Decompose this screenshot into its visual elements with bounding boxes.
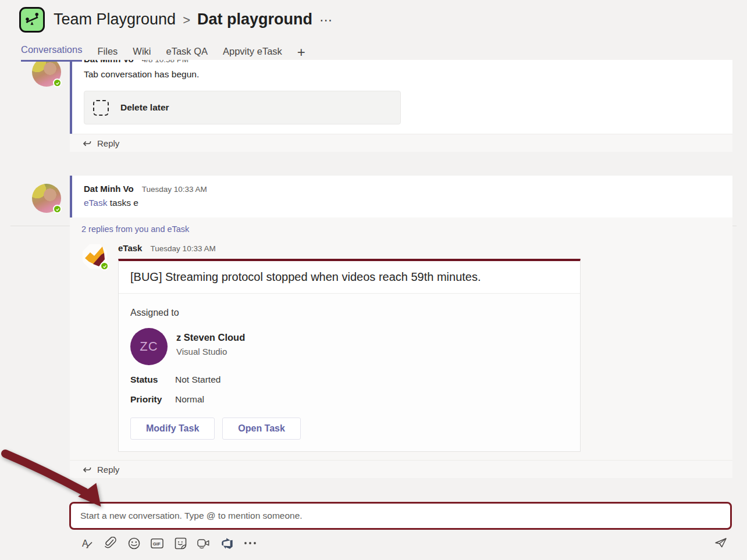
- team-name: Team Playground: [54, 10, 176, 28]
- seesaw-icon: [23, 11, 41, 28]
- sticker-icon[interactable]: [174, 536, 187, 550]
- priority-label: Priority: [130, 394, 175, 405]
- modify-task-button[interactable]: Modify Task: [130, 418, 215, 440]
- task-card-body: Assigned to ZC z Steven Cloud Visual Stu…: [119, 294, 580, 451]
- message-etask-tasks: Dat Minh Vo Tuesday 10:33 AM eTask tasks…: [70, 176, 732, 217]
- message-timestamp: Tuesday 10:33 AM: [142, 185, 207, 194]
- tab-files[interactable]: Files: [97, 46, 118, 62]
- presence-available-icon: [53, 205, 62, 213]
- avatar-dat-minh-vo: [32, 60, 61, 87]
- channel-name: Dat playground: [197, 10, 312, 28]
- bot-reply-content: eTask Tuesday 10:33 AM [BUG] Streaming p…: [118, 243, 581, 452]
- priority-value: Normal: [175, 394, 204, 405]
- bot-name: eTask: [118, 243, 142, 253]
- reply-link[interactable]: Reply: [70, 460, 732, 478]
- task-title: [BUG] Streaming protocol stopped when vi…: [119, 261, 580, 294]
- priority-row: Priority Normal: [130, 394, 568, 405]
- compose-toolbar: A GIF: [81, 536, 257, 550]
- message-list: Dat Minh Vo 4/8 10:58 PM Tab conversatio…: [0, 60, 747, 488]
- thread-replies: 2 replies from you and eTask eTask: [70, 217, 732, 460]
- azure-devops-icon[interactable]: [220, 536, 233, 550]
- message-text: eTask tasks e: [84, 198, 721, 208]
- status-label: Status: [130, 374, 175, 385]
- tab-card-delete-later[interactable]: Delete later: [84, 91, 401, 124]
- team-avatar-icon: [19, 7, 45, 33]
- new-conversation-input[interactable]: [80, 511, 721, 521]
- status-row: Status Not Started: [130, 374, 568, 385]
- task-card: [BUG] Streaming protocol stopped when vi…: [118, 259, 581, 452]
- gif-icon[interactable]: GIF: [151, 536, 163, 550]
- attach-icon[interactable]: [104, 536, 117, 550]
- tab-wiki[interactable]: Wiki: [133, 46, 151, 62]
- assignee-info: z Steven Cloud Visual Studio: [176, 332, 245, 356]
- more-options-icon[interactable]: [244, 536, 257, 550]
- message-tab-conversation: Dat Minh Vo 4/8 10:58 PM Tab conversatio…: [70, 60, 732, 134]
- presence-available-icon: [53, 79, 62, 87]
- channel-tabs: Conversations Files Wiki eTask QA Appvit…: [21, 44, 305, 62]
- tab-appvity-etask[interactable]: Appvity eTask: [223, 46, 282, 62]
- assignee-name: z Steven Cloud: [176, 332, 245, 343]
- message-text: Tab conversation has begun.: [84, 69, 721, 80]
- tab-conversations[interactable]: Conversations: [21, 44, 82, 62]
- reply-arrow-icon: [81, 465, 92, 475]
- add-tab-button[interactable]: +: [297, 44, 305, 62]
- reply-label: Reply: [97, 138, 119, 148]
- avatar-etask-bot: [81, 243, 108, 270]
- open-task-button[interactable]: Open Task: [222, 418, 301, 440]
- channel-more-button[interactable]: ⋯: [319, 13, 333, 28]
- reply-label: Reply: [97, 465, 119, 475]
- message-text-rest: tasks e: [108, 198, 138, 208]
- bot-reply: eTask Tuesday 10:33 AM [BUG] Streaming p…: [70, 243, 732, 452]
- thread-tab-conversation: Dat Minh Vo 4/8 10:58 PM Tab conversatio…: [70, 60, 732, 152]
- reply-arrow-icon: [81, 138, 92, 148]
- reply-link[interactable]: Reply: [70, 134, 732, 152]
- avatar-dat-minh-vo: [32, 184, 61, 213]
- task-card-buttons: Modify Task Open Task: [130, 418, 568, 440]
- author-name: Dat Minh Vo: [84, 184, 134, 194]
- bot-reply-header: eTask Tuesday 10:33 AM: [118, 243, 581, 253]
- svg-text:GIF: GIF: [153, 541, 161, 547]
- message-header: Dat Minh Vo Tuesday 10:33 AM: [84, 184, 721, 194]
- breadcrumb: Team Playground > Dat playground ⋯: [54, 10, 333, 28]
- format-icon[interactable]: A: [81, 536, 94, 550]
- tab-etask-qa[interactable]: eTask QA: [166, 46, 208, 62]
- assignee-org: Visual Studio: [176, 347, 245, 356]
- presence-available-icon: [100, 262, 109, 270]
- status-value: Not Started: [175, 374, 220, 385]
- send-icon[interactable]: [714, 537, 728, 551]
- assignee-row: ZC z Steven Cloud Visual Studio: [130, 328, 568, 365]
- channel-header: Team Playground > Dat playground ⋯ Conve…: [0, 0, 747, 60]
- thread-etask-tasks: Dat Minh Vo Tuesday 10:33 AM eTask tasks…: [70, 176, 732, 478]
- dashed-placeholder-icon: [93, 100, 109, 116]
- compose-box[interactable]: [69, 502, 732, 530]
- replies-summary-link[interactable]: 2 replies from you and eTask: [70, 224, 732, 234]
- tab-card-label: Delete later: [120, 102, 169, 113]
- meet-now-icon[interactable]: [197, 536, 210, 550]
- emoji-icon[interactable]: [127, 536, 140, 550]
- assignee-avatar: ZC: [130, 328, 168, 365]
- bot-timestamp: Tuesday 10:33 AM: [151, 244, 216, 253]
- assigned-to-label: Assigned to: [130, 308, 568, 318]
- breadcrumb-chevron: >: [183, 13, 190, 28]
- etask-mention-link[interactable]: eTask: [84, 198, 108, 208]
